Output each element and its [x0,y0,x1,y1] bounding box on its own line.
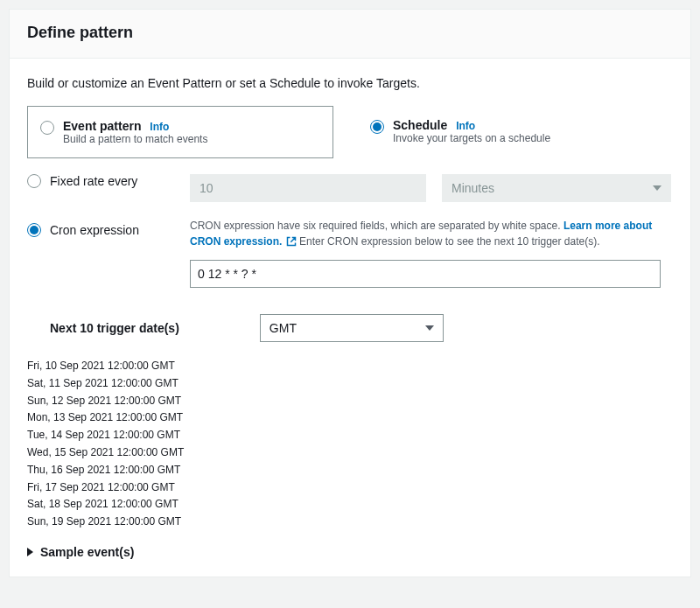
cron-radio[interactable] [27,223,41,237]
cron-help-text: CRON expression have six required fields… [190,218,673,251]
panel-title: Define pattern [10,10,690,59]
fixed-rate-unit: Minutes [452,181,494,195]
panel-description: Build or customize an Event Pattern or s… [27,76,673,90]
trigger-date-item: Fri, 10 Sep 2021 12:00:00 GMT [27,358,673,375]
trigger-dates-list: Fri, 10 Sep 2021 12:00:00 GMTSat, 11 Sep… [27,358,673,531]
schedule-info-link[interactable]: Info [456,120,475,132]
cron-label: Cron expression [50,223,139,237]
sample-events-expander[interactable]: Sample event(s) [27,545,673,559]
cron-expression-input[interactable] [190,260,661,288]
event-pattern-option[interactable]: Event pattern Info Build a pattern to ma… [27,106,333,158]
trigger-date-item: Tue, 14 Sep 2021 12:00:00 GMT [27,427,673,444]
fixed-rate-unit-select: Minutes [442,174,671,202]
fixed-rate-radio[interactable] [27,174,41,188]
trigger-date-item: Sun, 12 Sep 2021 12:00:00 GMT [27,393,673,410]
event-pattern-desc: Build a pattern to match events [63,133,207,145]
trigger-date-item: Sat, 18 Sep 2021 12:00:00 GMT [27,496,673,514]
cron-option[interactable]: Cron expression [27,223,174,237]
trigger-dates-label: Next 10 trigger date(s) [50,321,179,335]
fixed-rate-option[interactable]: Fixed rate every [27,174,174,188]
trigger-date-item: Sun, 19 Sep 2021 12:00:00 GMT [27,514,673,531]
trigger-date-item: Wed, 15 Sep 2021 12:00:00 GMT [27,444,673,462]
schedule-title: Schedule [393,118,447,132]
triangle-right-icon [27,548,33,556]
event-pattern-radio[interactable] [40,121,54,135]
trigger-date-item: Fri, 17 Sep 2021 12:00:00 GMT [27,479,673,497]
fixed-rate-label: Fixed rate every [50,174,137,188]
caret-down-icon [425,325,434,331]
trigger-date-item: Sat, 11 Sep 2021 12:00:00 GMT [27,375,673,393]
event-pattern-title: Event pattern [63,119,141,133]
schedule-option[interactable]: Schedule Info Invoke your targets on a s… [370,106,550,144]
sample-events-label: Sample event(s) [40,545,134,559]
external-link-icon [286,235,297,251]
trigger-date-item: Thu, 16 Sep 2021 12:00:00 GMT [27,462,673,479]
fixed-rate-value: 10 [190,174,426,202]
caret-down-icon [653,185,662,191]
define-pattern-panel: Define pattern Build or customize an Eve… [9,9,691,577]
timezone-select[interactable]: GMT [260,314,444,342]
event-pattern-info-link[interactable]: Info [150,121,169,133]
schedule-desc: Invoke your targets on a schedule [393,132,550,144]
trigger-date-item: Mon, 13 Sep 2021 12:00:00 GMT [27,409,673,427]
schedule-radio[interactable] [370,120,384,134]
timezone-value: GMT [270,321,297,335]
